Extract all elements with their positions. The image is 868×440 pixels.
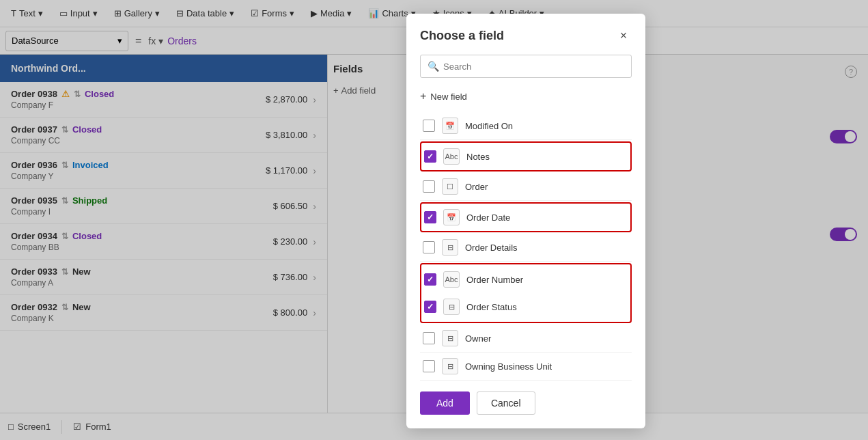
modal-title: Choose a field xyxy=(420,29,504,43)
field-checkbox[interactable] xyxy=(423,241,435,253)
field-checkbox[interactable] xyxy=(423,332,435,344)
field-label: Order Status xyxy=(466,302,517,312)
field-label: Modified On xyxy=(465,121,513,131)
field-type-icon: ⊟ xyxy=(442,330,458,346)
field-label: Owner xyxy=(465,333,491,344)
field-checkbox[interactable] xyxy=(423,360,435,372)
plus-icon: + xyxy=(420,90,426,102)
choose-field-modal: Choose a field × 🔍 + New field 📅 Modifie… xyxy=(406,14,645,428)
field-type-icon: ⊟ xyxy=(442,358,458,374)
field-checkbox[interactable] xyxy=(424,150,436,163)
search-box: 🔍 xyxy=(420,55,632,78)
field-checkbox[interactable] xyxy=(424,301,436,313)
field-list: 📅 Modified On Abc Notes ☐ Order 📅 Order … xyxy=(420,112,632,381)
field-label: Order Date xyxy=(466,212,510,223)
field-list-item[interactable]: ⊟ Owning Business Unit xyxy=(420,353,632,381)
field-checkbox[interactable] xyxy=(424,211,436,223)
search-icon: 🔍 xyxy=(428,61,439,72)
field-list-item[interactable]: ⊟ Owner xyxy=(420,325,632,353)
field-checkbox[interactable] xyxy=(423,180,435,193)
field-list-item[interactable]: Abc Notes xyxy=(420,141,632,171)
modal-footer: Add Cancel xyxy=(420,391,632,415)
field-type-icon: 📅 xyxy=(442,118,458,134)
field-list-item[interactable]: ⊟ Order Status xyxy=(421,293,630,320)
modal-header: Choose a field × xyxy=(420,27,632,44)
field-label: Notes xyxy=(466,152,490,162)
add-button[interactable]: Add xyxy=(420,391,470,415)
field-label: Order Details xyxy=(465,243,518,253)
search-input[interactable] xyxy=(443,61,624,72)
field-type-icon: Abc xyxy=(443,148,460,165)
field-label: Order xyxy=(465,182,488,192)
field-label: Order Number xyxy=(466,275,523,285)
modal-overlay: Choose a field × 🔍 + New field 📅 Modifie… xyxy=(0,0,868,440)
field-type-icon: ☐ xyxy=(442,178,458,195)
field-checkbox[interactable] xyxy=(424,273,436,286)
field-list-item[interactable]: 📅 Order Date xyxy=(420,202,632,232)
modal-close-button[interactable]: × xyxy=(615,27,632,44)
field-list-item[interactable]: ☐ Order xyxy=(420,173,632,201)
new-field-button[interactable]: + New field xyxy=(420,86,632,107)
field-checkbox[interactable] xyxy=(423,120,435,132)
field-type-icon: Abc xyxy=(443,271,460,288)
field-type-icon: ⊟ xyxy=(443,299,460,315)
cancel-button[interactable]: Cancel xyxy=(477,391,535,415)
field-label: Owning Business Unit xyxy=(465,361,552,372)
field-list-item[interactable]: 📅 Modified On xyxy=(420,112,632,140)
field-list-item[interactable]: Abc Order Number xyxy=(421,266,630,293)
field-type-icon: 📅 xyxy=(443,209,460,225)
field-list-item[interactable]: ⊟ Order Details xyxy=(420,234,632,262)
field-type-icon: ⊟ xyxy=(442,239,458,256)
